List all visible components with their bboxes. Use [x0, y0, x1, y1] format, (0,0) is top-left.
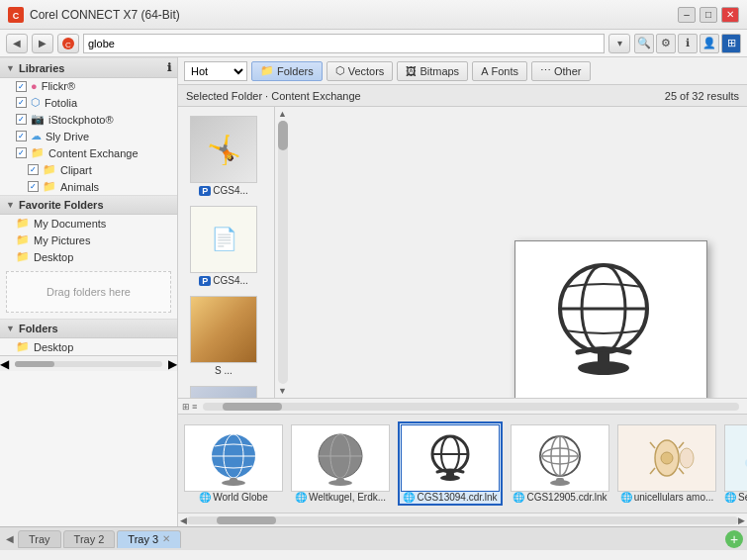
grid-button[interactable]: ⊞ [721, 34, 741, 53]
strip-badge-icon-0: 🌐 [199, 492, 211, 503]
hscroll-thumb[interactable] [217, 516, 276, 524]
strip-badge-icon-4: 🌐 [620, 492, 632, 503]
folders-section-header[interactable]: ▼ Folders [0, 319, 177, 338]
search-button[interactable]: 🔍 [634, 34, 654, 53]
scroll-track [278, 121, 288, 384]
vectors-filter-button[interactable]: ⬡ Vectors [327, 61, 394, 81]
settings-button[interactable]: ⚙ [656, 34, 676, 53]
thumb-3: ... [190, 386, 257, 398]
fotolia-label: Fotolia [45, 97, 77, 109]
maximize-button[interactable]: □ [700, 7, 717, 23]
skydrive-checkbox[interactable]: ✓ [16, 131, 27, 141]
libraries-info[interactable]: ℹ [167, 61, 171, 74]
close-button[interactable]: ✕ [721, 7, 739, 23]
hscroll-right-arrow[interactable]: ▶ [738, 515, 745, 525]
grid-item-3[interactable]: ... ... [184, 383, 263, 398]
strip-item-cgs12905[interactable]: 🌐 CGS12905.cdr.lnk [511, 424, 609, 503]
ce-checkbox[interactable]: ✓ [16, 147, 27, 158]
scroll-up-arrow[interactable]: ▲ [278, 109, 287, 119]
horizontal-scrollbar[interactable]: ◀ ▶ [178, 513, 747, 526]
address-dropdown[interactable]: ▾ [608, 34, 630, 53]
sidebar-item-clipart[interactable]: ✓ 📁 Clipart [0, 161, 177, 178]
strip-item-unicellulars[interactable]: 🌐 unicellulars amo... [617, 424, 716, 503]
strip-item-world-globe[interactable]: 🌐 World Globe [184, 424, 283, 503]
vertical-scrollbar[interactable]: ▲ ▼ [274, 107, 290, 398]
account-button[interactable]: 👤 [700, 34, 719, 53]
folders-filter-button[interactable]: 📁 Folders [251, 61, 323, 81]
tray-tab-2[interactable]: Tray 3 ✕ [117, 530, 181, 548]
tray-tab-label-2: Tray 3 [128, 533, 158, 545]
grid-item-2[interactable]: S ... [184, 293, 263, 379]
libraries-section-header[interactable]: ▼ Libraries ℹ [0, 57, 177, 78]
sidebar-item-desktop[interactable]: 📁 Desktop [0, 248, 177, 265]
sidebar-item-flickr[interactable]: ✓ ● Flickr® [0, 78, 177, 94]
thumb-1: 📄 [190, 206, 257, 273]
flickr-checkbox[interactable]: ✓ [16, 81, 27, 92]
folders-label: Folders [19, 323, 58, 334]
sidebar-item-content-exchange[interactable]: ✓ 📁 Content Exchange [0, 144, 177, 161]
minimize-button[interactable]: – [678, 7, 696, 23]
forward-button[interactable]: ▶ [32, 34, 53, 53]
tray-add-area: + [725, 530, 743, 548]
window-title: Corel CONNECT X7 (64-Bit) [30, 8, 678, 22]
other-filter-button[interactable]: ⋯ Other [531, 61, 591, 81]
strip-badge-icon-2: 🌐 [403, 492, 415, 503]
grid-item-1[interactable]: 📄 PCGS4... [184, 203, 263, 289]
tray-nav-left[interactable]: ◀ [4, 533, 16, 544]
view-list-btn[interactable]: ≡ [192, 402, 197, 412]
desktop-folder-label: Desktop [34, 341, 73, 353]
sidebar-item-fotolia[interactable]: ✓ ⬡ Fotolia [0, 94, 177, 111]
results-count: 25 of 32 results [665, 90, 739, 102]
filter-bar: Hot New Popular 📁 Folders ⬡ Vectors 🖼 Bi… [178, 57, 747, 85]
strip-item-seamless-pattern[interactable]: 🌐 Seamless pattern... [724, 424, 747, 503]
mydocs-label: My Documents [34, 218, 106, 230]
grid-item-0[interactable]: 🤸 PCGS4... [184, 113, 263, 199]
hscroll-left-arrow[interactable]: ◀ [180, 515, 187, 525]
desktop-icon: 📁 [16, 250, 30, 263]
desktop-label: Desktop [34, 251, 73, 263]
flickr-label: Flickr® [42, 80, 75, 92]
other-btn-label: Other [554, 65, 582, 77]
favorites-label: Favorite Folders [19, 199, 104, 211]
bitmaps-filter-button[interactable]: 🖼 Bitmaps [397, 61, 468, 81]
sidebar-item-my-documents[interactable]: 📁 My Documents [0, 215, 177, 232]
sidebar-item-desktop-folder[interactable]: 📁 Desktop [0, 338, 177, 355]
strip-badge-row-2: 🌐 CGS13094.cdr.lnk [403, 492, 497, 503]
back-button[interactable]: ◀ [6, 34, 28, 53]
favorites-section-header[interactable]: ▼ Favorite Folders [0, 195, 177, 215]
svg-line-46 [679, 442, 684, 448]
info-button[interactable]: ℹ [678, 34, 698, 53]
app-menu-button[interactable]: C [57, 34, 79, 53]
fonts-btn-label: Fonts [491, 65, 518, 77]
animals-checkbox[interactable]: ✓ [28, 181, 39, 192]
results-header: Selected Folder · Content Exchange 25 of… [178, 85, 747, 107]
sidebar-nav-left[interactable]: ◀ [0, 357, 9, 371]
clipart-checkbox[interactable]: ✓ [28, 164, 39, 175]
sidebar-item-skydrive[interactable]: ✓ ☁ Sly Drive [0, 128, 177, 144]
sort-select[interactable]: Hot New Popular [184, 61, 247, 81]
zoom-thumb[interactable] [223, 403, 282, 411]
strip-item-cgs13094[interactable]: 🌐 CGS13094.cdr.lnk [398, 421, 503, 506]
address-input[interactable] [83, 34, 605, 53]
sidebar-nav-right[interactable]: ▶ [168, 357, 177, 371]
clipart-icon: 📁 [43, 163, 56, 176]
strip-item-weltkugel[interactable]: 🌐 Weltkugel, Erdk... [291, 424, 390, 503]
view-grid-btn[interactable]: ⊞ [182, 402, 190, 412]
scroll-thumb[interactable] [278, 121, 288, 150]
bottom-strip: 🌐 World Globe 🌐 Weltkug [178, 414, 747, 513]
istock-checkbox[interactable]: ✓ [16, 114, 27, 125]
tray-tab-0[interactable]: Tray [18, 530, 61, 548]
add-tray-button[interactable]: + [725, 530, 743, 548]
sidebar-item-animals[interactable]: ✓ 📁 Animals [0, 178, 177, 195]
tray-tab-2-close[interactable]: ✕ [162, 533, 170, 544]
sidebar-item-my-pictures[interactable]: 📁 My Pictures [0, 232, 177, 248]
search-buttons: 🔍 ⚙ ℹ 👤 ⊞ [634, 34, 741, 53]
libraries-arrow: ▼ [6, 63, 15, 73]
fonts-filter-button[interactable]: A Fonts [472, 61, 527, 81]
mypics-icon: 📁 [16, 233, 30, 246]
fotolia-checkbox[interactable]: ✓ [16, 97, 27, 108]
sidebar-item-istockphoto[interactable]: ✓ 📷 iStockphoto® [0, 111, 177, 128]
tray-tab-1[interactable]: Tray 2 [63, 530, 116, 548]
scroll-down-arrow[interactable]: ▼ [278, 386, 287, 396]
animals-label: Animals [60, 181, 99, 193]
